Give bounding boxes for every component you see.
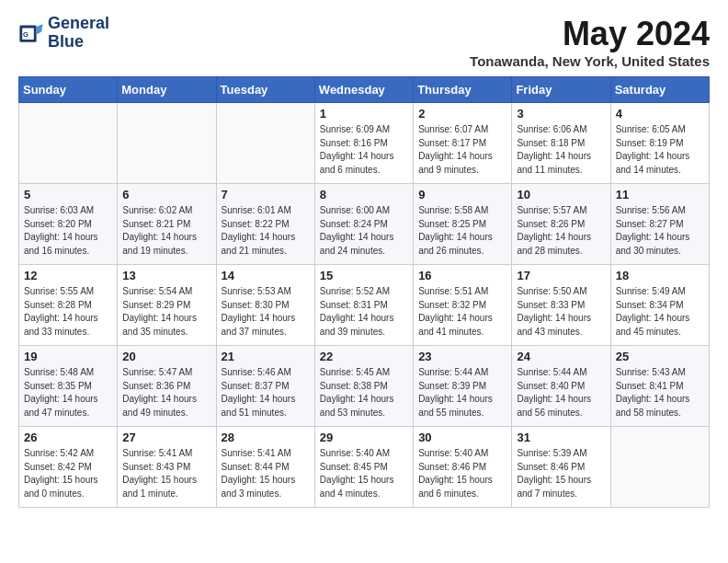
day-info: Sunrise: 5:39 AM Sunset: 8:46 PM Dayligh…	[517, 447, 605, 500]
day-number: 14	[222, 269, 310, 282]
page-header: G General Blue May 2024 Tonawanda, New Y…	[18, 15, 710, 69]
weekday-header-friday: Friday	[512, 77, 610, 103]
calendar-cell: 2Sunrise: 6:07 AM Sunset: 8:17 PM Daylig…	[414, 103, 512, 184]
day-info: Sunrise: 6:05 AM Sunset: 8:19 PM Dayligh…	[616, 123, 704, 177]
weekday-header-tuesday: Tuesday	[216, 77, 314, 103]
day-number: 19	[24, 350, 112, 363]
calendar-cell: 10Sunrise: 5:57 AM Sunset: 8:26 PM Dayli…	[512, 184, 610, 265]
logo: G General Blue	[18, 15, 109, 52]
day-info: Sunrise: 5:48 AM Sunset: 8:35 PM Dayligh…	[24, 366, 112, 419]
day-info: Sunrise: 5:55 AM Sunset: 8:28 PM Dayligh…	[24, 285, 112, 339]
calendar-cell	[610, 427, 709, 508]
calendar-cell: 5Sunrise: 6:03 AM Sunset: 8:20 PM Daylig…	[19, 184, 118, 265]
calendar-cell: 14Sunrise: 5:53 AM Sunset: 8:30 PM Dayli…	[216, 265, 314, 346]
calendar-cell: 27Sunrise: 5:41 AM Sunset: 8:43 PM Dayli…	[118, 427, 216, 508]
day-number: 4	[616, 107, 704, 121]
calendar-cell: 4Sunrise: 6:05 AM Sunset: 8:19 PM Daylig…	[610, 103, 709, 184]
day-number: 25	[616, 350, 704, 363]
calendar-cell: 11Sunrise: 5:56 AM Sunset: 8:27 PM Dayli…	[610, 184, 709, 265]
day-number: 10	[517, 188, 605, 201]
logo-text: General Blue	[48, 15, 109, 52]
day-info: Sunrise: 5:43 AM Sunset: 8:41 PM Dayligh…	[616, 366, 704, 419]
calendar-cell	[216, 103, 314, 184]
calendar-cell: 18Sunrise: 5:49 AM Sunset: 8:34 PM Dayli…	[610, 265, 709, 346]
logo-icon: G	[18, 20, 44, 46]
calendar-cell: 16Sunrise: 5:51 AM Sunset: 8:32 PM Dayli…	[414, 265, 512, 346]
calendar-cell: 22Sunrise: 5:45 AM Sunset: 8:38 PM Dayli…	[314, 346, 413, 427]
day-info: Sunrise: 5:51 AM Sunset: 8:32 PM Dayligh…	[418, 285, 506, 339]
calendar-cell: 15Sunrise: 5:52 AM Sunset: 8:31 PM Dayli…	[314, 265, 413, 346]
week-row-4: 19Sunrise: 5:48 AM Sunset: 8:35 PM Dayli…	[19, 346, 710, 427]
calendar-cell: 30Sunrise: 5:40 AM Sunset: 8:46 PM Dayli…	[414, 427, 512, 508]
title-block: May 2024 Tonawanda, New York, United Sta…	[470, 15, 710, 69]
day-number: 2	[418, 107, 506, 121]
calendar-cell: 21Sunrise: 5:46 AM Sunset: 8:37 PM Dayli…	[216, 346, 314, 427]
weekday-header-thursday: Thursday	[414, 77, 512, 103]
day-number: 30	[418, 431, 506, 444]
day-info: Sunrise: 5:50 AM Sunset: 8:33 PM Dayligh…	[517, 285, 605, 339]
day-info: Sunrise: 6:00 AM Sunset: 8:24 PM Dayligh…	[320, 204, 408, 258]
day-info: Sunrise: 5:40 AM Sunset: 8:45 PM Dayligh…	[320, 447, 408, 500]
day-number: 18	[616, 269, 704, 282]
day-number: 21	[222, 350, 310, 363]
weekday-header-monday: Monday	[118, 77, 216, 103]
week-row-1: 1Sunrise: 6:09 AM Sunset: 8:16 PM Daylig…	[19, 103, 710, 184]
day-number: 5	[24, 188, 112, 201]
day-number: 24	[517, 350, 605, 363]
calendar-cell: 7Sunrise: 6:01 AM Sunset: 8:22 PM Daylig…	[216, 184, 314, 265]
day-number: 16	[418, 269, 506, 282]
day-info: Sunrise: 5:56 AM Sunset: 8:27 PM Dayligh…	[616, 204, 704, 258]
day-info: Sunrise: 5:53 AM Sunset: 8:30 PM Dayligh…	[222, 285, 310, 339]
calendar-cell: 1Sunrise: 6:09 AM Sunset: 8:16 PM Daylig…	[314, 103, 413, 184]
day-info: Sunrise: 6:02 AM Sunset: 8:21 PM Dayligh…	[122, 204, 210, 258]
weekday-header-sunday: Sunday	[19, 77, 118, 103]
day-info: Sunrise: 5:44 AM Sunset: 8:40 PM Dayligh…	[517, 366, 605, 419]
calendar-cell: 26Sunrise: 5:42 AM Sunset: 8:42 PM Dayli…	[19, 427, 118, 508]
svg-marker-3	[37, 24, 43, 34]
day-number: 27	[122, 431, 210, 444]
day-info: Sunrise: 5:40 AM Sunset: 8:46 PM Dayligh…	[418, 447, 506, 500]
day-info: Sunrise: 5:54 AM Sunset: 8:29 PM Dayligh…	[122, 285, 210, 339]
week-row-3: 12Sunrise: 5:55 AM Sunset: 8:28 PM Dayli…	[19, 265, 710, 346]
day-number: 1	[320, 107, 408, 121]
day-info: Sunrise: 6:01 AM Sunset: 8:22 PM Dayligh…	[222, 204, 310, 258]
calendar-table: SundayMondayTuesdayWednesdayThursdayFrid…	[18, 76, 710, 508]
day-info: Sunrise: 5:52 AM Sunset: 8:31 PM Dayligh…	[320, 285, 408, 339]
calendar-cell: 3Sunrise: 6:06 AM Sunset: 8:18 PM Daylig…	[512, 103, 610, 184]
calendar-cell: 20Sunrise: 5:47 AM Sunset: 8:36 PM Dayli…	[118, 346, 216, 427]
day-number: 31	[517, 431, 605, 444]
day-info: Sunrise: 5:47 AM Sunset: 8:36 PM Dayligh…	[122, 366, 210, 419]
day-number: 12	[24, 269, 112, 282]
calendar-cell: 6Sunrise: 6:02 AM Sunset: 8:21 PM Daylig…	[118, 184, 216, 265]
calendar-cell: 25Sunrise: 5:43 AM Sunset: 8:41 PM Dayli…	[610, 346, 709, 427]
day-info: Sunrise: 5:49 AM Sunset: 8:34 PM Dayligh…	[616, 285, 704, 339]
day-info: Sunrise: 5:46 AM Sunset: 8:37 PM Dayligh…	[222, 366, 310, 419]
weekday-header-row: SundayMondayTuesdayWednesdayThursdayFrid…	[19, 77, 710, 103]
day-info: Sunrise: 5:41 AM Sunset: 8:43 PM Dayligh…	[122, 447, 210, 500]
day-number: 7	[222, 188, 310, 201]
calendar-cell	[118, 103, 216, 184]
day-number: 8	[320, 188, 408, 201]
day-info: Sunrise: 5:58 AM Sunset: 8:25 PM Dayligh…	[418, 204, 506, 258]
day-info: Sunrise: 5:42 AM Sunset: 8:42 PM Dayligh…	[24, 447, 112, 500]
calendar-cell: 29Sunrise: 5:40 AM Sunset: 8:45 PM Dayli…	[314, 427, 413, 508]
day-info: Sunrise: 5:45 AM Sunset: 8:38 PM Dayligh…	[320, 366, 408, 419]
day-number: 22	[320, 350, 408, 363]
calendar-cell: 12Sunrise: 5:55 AM Sunset: 8:28 PM Dayli…	[19, 265, 118, 346]
day-info: Sunrise: 6:07 AM Sunset: 8:17 PM Dayligh…	[418, 123, 506, 177]
month-title: May 2024	[470, 15, 710, 53]
day-number: 29	[320, 431, 408, 444]
day-info: Sunrise: 5:57 AM Sunset: 8:26 PM Dayligh…	[517, 204, 605, 258]
location-title: Tonawanda, New York, United States	[470, 53, 710, 69]
day-number: 28	[222, 431, 310, 444]
calendar-cell: 19Sunrise: 5:48 AM Sunset: 8:35 PM Dayli…	[19, 346, 118, 427]
weekday-header-wednesday: Wednesday	[314, 77, 413, 103]
week-row-2: 5Sunrise: 6:03 AM Sunset: 8:20 PM Daylig…	[19, 184, 710, 265]
day-info: Sunrise: 5:41 AM Sunset: 8:44 PM Dayligh…	[222, 447, 310, 500]
day-info: Sunrise: 6:09 AM Sunset: 8:16 PM Dayligh…	[320, 123, 408, 177]
day-number: 9	[418, 188, 506, 201]
day-number: 6	[122, 188, 210, 201]
weekday-header-saturday: Saturday	[610, 77, 709, 103]
calendar-cell	[19, 103, 118, 184]
svg-text:G: G	[23, 29, 28, 38]
